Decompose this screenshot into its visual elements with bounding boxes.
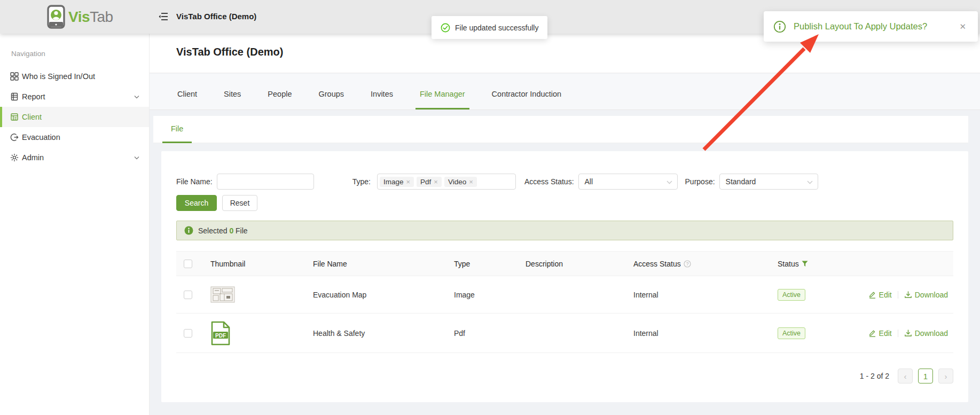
file-name-label: File Name: xyxy=(176,177,213,186)
menu-fold-icon[interactable] xyxy=(159,12,168,21)
vistab-logo-icon xyxy=(47,5,65,29)
topbar-app-title: VisTab Office (Demo) xyxy=(176,12,256,21)
access-status-select[interactable]: All xyxy=(578,174,678,190)
type-label: Type: xyxy=(352,177,371,186)
pencil-icon xyxy=(868,329,876,337)
sidebar-item-admin[interactable]: Admin xyxy=(0,147,149,168)
row-checkbox[interactable] xyxy=(184,291,192,299)
sidebar-item-label: Report xyxy=(22,92,45,101)
type-tag-pdf: Pdf× xyxy=(417,177,442,187)
access-status-label: Access Status: xyxy=(524,177,574,186)
download-icon xyxy=(904,329,912,337)
file-name-input[interactable] xyxy=(217,174,314,190)
sidebar-item-report[interactable]: Report xyxy=(0,87,149,107)
pencil-icon xyxy=(868,291,876,299)
sidebar-item-label: Admin xyxy=(22,153,44,162)
select-all-checkbox[interactable] xyxy=(184,260,192,268)
subtab-bar: File xyxy=(153,116,968,143)
col-status: Status xyxy=(769,260,860,268)
logo-wordmark: VisTab xyxy=(68,9,113,26)
type-cell: Pdf xyxy=(445,329,517,338)
status-badge: Active xyxy=(778,327,805,339)
sidebar: Navigation Who is Signed In/Out Report xyxy=(0,34,150,415)
prev-page-button[interactable]: ‹ xyxy=(898,369,913,383)
table-header-row: Thumbnail File Name Type Description Acc… xyxy=(176,251,953,276)
svg-text:PDF: PDF xyxy=(215,332,226,338)
info-filled-icon xyxy=(184,226,193,235)
sidebar-item-client[interactable]: Client xyxy=(0,107,149,127)
filter-row: File Name: Type: Image× Pdf× Video× Acce… xyxy=(176,174,818,190)
tab-client[interactable]: Client xyxy=(176,90,198,109)
page-1-button[interactable]: 1 xyxy=(918,369,933,383)
reset-button[interactable]: Reset xyxy=(222,195,257,211)
sidebar-item-label: Who is Signed In/Out xyxy=(22,72,95,81)
files-table: Thumbnail File Name Type Description Acc… xyxy=(176,251,953,353)
file-name-cell: Health & Safety xyxy=(304,329,445,338)
selection-text: Selected 0 File xyxy=(198,226,248,235)
svg-text:?: ? xyxy=(686,261,688,267)
tab-file-manager[interactable]: File Manager xyxy=(419,90,466,109)
client-icon xyxy=(10,113,19,121)
chevron-down-icon xyxy=(134,95,139,99)
status-badge: Active xyxy=(778,289,805,301)
edit-link[interactable]: Edit xyxy=(868,291,892,299)
type-tag-image: Image× xyxy=(380,177,414,187)
publish-notification: Publish Layout To Apply Updates? ✕ xyxy=(764,11,978,42)
search-button[interactable]: Search xyxy=(176,195,217,211)
row-checkbox[interactable] xyxy=(184,329,192,338)
subtab-file[interactable]: File xyxy=(162,116,192,143)
chevron-down-icon xyxy=(134,156,139,160)
download-icon xyxy=(904,291,912,299)
col-file-name: File Name xyxy=(304,260,445,268)
tab-contractor-induction[interactable]: Contractor Induction xyxy=(491,90,563,109)
grid-icon xyxy=(10,72,19,81)
purpose-select[interactable]: Standard xyxy=(719,174,818,190)
tabs-bar: Client Sites People Groups Invites File … xyxy=(150,74,980,110)
tab-people[interactable]: People xyxy=(266,90,293,109)
toast-message: File updated successfully xyxy=(455,24,538,32)
remove-tag-icon[interactable]: × xyxy=(469,178,473,186)
selection-count: 0 xyxy=(229,226,233,235)
table-row: PDF Health & Safety Pdf Internal Active … xyxy=(176,314,953,353)
chevron-down-icon xyxy=(667,181,672,184)
remove-tag-icon[interactable]: × xyxy=(434,178,438,186)
file-manager-panel: File Name: Type: Image× Pdf× Video× Acce… xyxy=(161,151,968,402)
sidebar-item-who-is-signed-in-out[interactable]: Who is Signed In/Out xyxy=(0,66,149,87)
col-description: Description xyxy=(517,260,625,268)
selection-bar: Selected 0 File xyxy=(176,221,953,240)
col-type: Type xyxy=(445,260,517,268)
download-link[interactable]: Download xyxy=(904,291,948,299)
access-status-cell: Internal xyxy=(625,291,769,299)
tab-groups[interactable]: Groups xyxy=(317,90,345,109)
download-link[interactable]: Download xyxy=(904,329,948,338)
gear-icon xyxy=(10,153,19,162)
sidebar-item-label: Evacuation xyxy=(22,133,60,142)
success-toast: File updated successfully xyxy=(432,16,547,39)
check-circle-icon xyxy=(441,23,450,33)
remove-tag-icon[interactable]: × xyxy=(406,178,410,186)
pagination-summary: 1 - 2 of 2 xyxy=(860,372,889,380)
sidebar-section-label: Navigation xyxy=(11,50,149,58)
type-multiselect[interactable]: Image× Pdf× Video× xyxy=(377,174,516,190)
edit-link[interactable]: Edit xyxy=(868,329,892,338)
tab-sites[interactable]: Sites xyxy=(223,90,242,109)
pdf-file-icon: PDF xyxy=(210,321,231,346)
notification-message: Publish Layout To Apply Updates? xyxy=(794,21,957,32)
filter-actions: Search Reset xyxy=(176,195,257,211)
filter-funnel-icon[interactable] xyxy=(802,261,808,267)
col-thumbnail: Thumbnail xyxy=(202,260,304,268)
tab-invites[interactable]: Invites xyxy=(370,90,394,109)
close-icon[interactable]: ✕ xyxy=(957,21,968,33)
evacuation-icon xyxy=(10,133,19,142)
next-page-button[interactable]: › xyxy=(938,369,953,383)
sidebar-item-evacuation[interactable]: Evacuation xyxy=(0,127,149,147)
purpose-label: Purpose: xyxy=(685,177,715,186)
pagination: 1 - 2 of 2 ‹ 1 › xyxy=(860,369,953,383)
divider xyxy=(898,291,898,299)
report-icon xyxy=(10,92,19,101)
question-circle-icon[interactable]: ? xyxy=(684,260,691,268)
page-title: VisTab Office (Demo) xyxy=(176,46,283,58)
sidebar-item-label: Client xyxy=(22,113,42,121)
info-circle-icon xyxy=(773,20,786,33)
file-name-cell: Evacuation Map xyxy=(304,291,445,299)
